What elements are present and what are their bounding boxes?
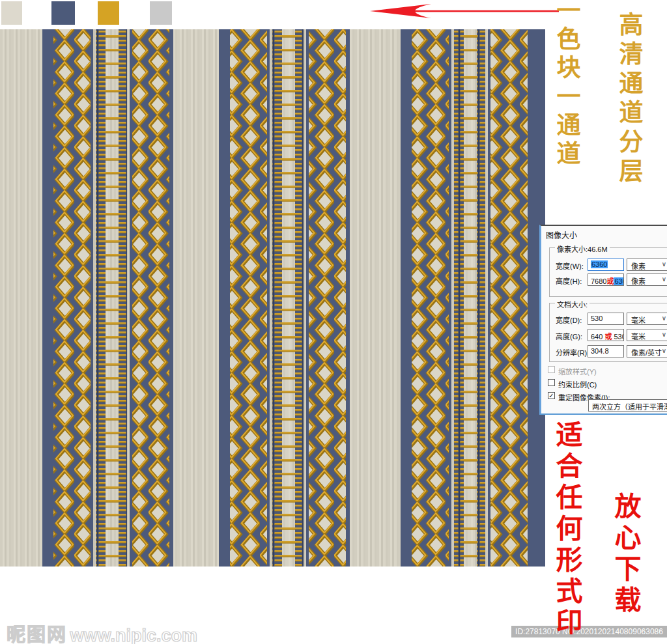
height-input[interactable]: 7680或6360 (588, 273, 624, 286)
doc-width-label: 宽度(D): (556, 315, 582, 325)
watermark-site-name: 昵图网 (7, 624, 67, 644)
checkbox-label: 约束比例(C) (558, 379, 597, 389)
color-swatch-light-gray (150, 1, 172, 25)
chevron-down-icon: ∨ (662, 275, 666, 283)
pixel-size-group-label: 像素大小:46.6M (555, 244, 610, 254)
watermark-url: www.nipic.com (70, 626, 197, 644)
gold-calligraphy-hd-channel-layers: 高清通道分层 (617, 12, 641, 188)
resolution-input[interactable]: 304.8 (588, 345, 624, 357)
height-label: 高度(H): (556, 275, 582, 286)
checkbox-label: 缩放样式(Y) (558, 366, 597, 376)
page: 一色块一通道 高清通道分层 适合任何形式印 放心下载 图像大小 像素大小:46.… (0, 0, 667, 644)
checkbox-row[interactable]: 缩放样式(Y) (548, 365, 667, 376)
red-arrow-icon (365, 1, 567, 21)
width-pixels-row: 宽度(W): 6360 像素 ∨ (541, 259, 667, 272)
red-calligraphy-download-with-confidence: 放心下载 (612, 492, 638, 617)
red-or-annotation: 或 (606, 277, 614, 285)
gold-calligraphy-one-block-one-channel: 一色块一通道 (554, 0, 578, 169)
dialog-title: 图像大小 (546, 229, 577, 240)
asset-id-bar: ID:27813070 NO:20201202140809063086 (511, 626, 667, 637)
color-swatch-navy (51, 1, 75, 25)
chevron-down-icon: ∨ (662, 315, 666, 322)
width-unit-select[interactable]: 像素 ∨ (627, 259, 667, 271)
chevron-down-icon: ∨ (662, 260, 666, 268)
pixel-size-group: 像素大小:46.6M (549, 247, 667, 297)
doc-height-input[interactable]: 640 或 530 (588, 329, 624, 341)
doc-height-label: 高度(G): (556, 331, 582, 341)
doc-width-unit-select[interactable]: 毫米 ∨ (627, 313, 667, 325)
checkbox-row[interactable]: 约束比例(C) (548, 378, 667, 389)
unchecked-checkbox-icon[interactable] (548, 379, 555, 386)
doc-width-row: 宽度(D): 530 毫米 ∨ (541, 313, 667, 326)
red-or-annotation: 或 (604, 333, 612, 341)
unchecked-checkbox-icon[interactable] (548, 366, 555, 373)
nipic-watermark: 昵图网 www.nipic.com (7, 619, 197, 644)
red-calligraphy-fits-any-print-form: 适合任何形式印 (553, 421, 580, 639)
color-swatch-gold (98, 1, 119, 25)
resample-method-select[interactable]: 两次立方（适用于平滑渐变 (588, 399, 667, 412)
doc-height-unit-select[interactable]: 毫米 ∨ (627, 329, 667, 341)
width-input[interactable]: 6360 (588, 259, 624, 271)
doc-height-row: 高度(G): 640 或 530 毫米 ∨ (541, 329, 667, 342)
checked-checkbox-icon[interactable]: ✓ (548, 392, 555, 399)
height-unit-select[interactable]: 像素 ∨ (627, 273, 667, 286)
resolution-unit-select[interactable]: 像素/英寸 ∨ (627, 345, 667, 357)
wallpaper-pattern-preview (0, 29, 545, 567)
resolution-row: 分辨率(R): 304.8 像素/英寸 ∨ (541, 345, 667, 358)
document-size-group-label: 文档大小: (555, 299, 589, 309)
height-pixels-row: 高度(H): 7680或6360 像素 ∨ (541, 273, 667, 287)
image-size-dialog: 图像大小 像素大小:46.6M 宽度(W): 6360 像素 ∨ 高度(H): … (539, 225, 667, 415)
chevron-down-icon: ∨ (662, 331, 666, 338)
doc-width-input[interactable]: 530 (588, 313, 624, 325)
color-swatch-beige (1, 1, 22, 25)
width-label: 宽度(W): (556, 260, 584, 271)
chevron-down-icon: ∨ (662, 347, 666, 354)
resolution-label: 分辨率(R): (556, 347, 589, 357)
